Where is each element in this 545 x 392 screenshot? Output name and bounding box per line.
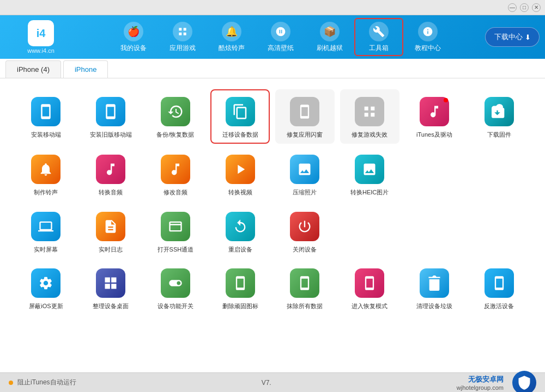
- ssh-tunnel-icon: [161, 212, 190, 241]
- nav-item-wallpapers[interactable]: 高清壁纸: [256, 18, 305, 56]
- fix-game-icon: [355, 97, 384, 126]
- clean-junk-label: 清理设备垃圾: [416, 302, 452, 310]
- tool-organize-desktop[interactable]: 整理设备桌面: [81, 262, 141, 314]
- install-old-icon: [96, 97, 125, 126]
- tool-deactivate[interactable]: 反激活设备: [469, 262, 529, 314]
- tool-backup-restore[interactable]: 备份/恢复数据: [146, 89, 205, 144]
- status-dot: [9, 381, 13, 385]
- tool-compress-photo[interactable]: 压缩照片: [275, 148, 335, 200]
- recovery-mode-icon: [355, 268, 384, 298]
- close-button[interactable]: ✕: [532, 3, 541, 12]
- version-text: V7.: [262, 379, 271, 387]
- tool-convert-audio[interactable]: 转换音频: [81, 148, 141, 200]
- itunes-driver-icon: [420, 97, 449, 126]
- jailbreak-icon: 📦: [320, 22, 340, 41]
- download-firmware-label: 下载固件: [487, 131, 511, 138]
- compress-photo-icon: [290, 155, 319, 184]
- tools-row-4: 屏蔽iOS更新 整理设备桌面 设备功能开关 删除顽固图标 抹除所有数据: [16, 262, 529, 314]
- tab-iphone4[interactable]: iPhone (4): [5, 60, 61, 78]
- fix-app-icon: [290, 97, 319, 126]
- tab-bar: iPhone (4) iPhone: [0, 59, 545, 78]
- backup-restore-icon: [161, 97, 190, 126]
- nav-label-jailbreak: 刷机越狱: [317, 44, 343, 53]
- watermark: 无极安卓网 wjhotelgroup.com: [457, 371, 536, 393]
- status-text: 阻止iTunes自动运行: [17, 378, 76, 387]
- tool-ssh-tunnel[interactable]: 打开SSH通道: [146, 205, 205, 258]
- tools-row-2: 制作铃声 转换音频 修改音频 转换视频 压缩照片: [16, 148, 529, 200]
- block-ios-update-label: 屏蔽iOS更新: [29, 302, 63, 310]
- tool-download-firmware[interactable]: 下载固件: [469, 89, 529, 144]
- realtime-log-icon: [96, 212, 125, 241]
- convert-heic-icon: [355, 155, 384, 184]
- tool-make-ringtone[interactable]: 制作铃声: [16, 148, 76, 200]
- tool-install-app[interactable]: 安装移动端: [16, 89, 76, 144]
- convert-video-label: 转换视频: [228, 188, 252, 196]
- tool-fix-app[interactable]: 修复应用闪窗: [275, 89, 335, 144]
- make-ringtone-icon: [31, 155, 60, 184]
- deactivate-icon: [485, 268, 514, 298]
- tool-shutdown-device[interactable]: 关闭设备: [275, 205, 335, 258]
- device-function-label: 设备功能开关: [158, 302, 193, 310]
- convert-heic-label: 转换HEIC图片: [350, 188, 389, 196]
- organize-desktop-label: 整理设备桌面: [93, 302, 129, 310]
- tool-delete-stubborn[interactable]: 删除顽固图标: [210, 262, 270, 314]
- tutorials-icon: [418, 22, 438, 41]
- ssh-tunnel-label: 打开SSH通道: [158, 246, 194, 253]
- nav-item-tutorials[interactable]: 教程中心: [403, 18, 452, 56]
- realtime-screen-label: 实时屏幕: [34, 246, 58, 253]
- tool-reboot-device[interactable]: 重启设备: [210, 205, 270, 258]
- migrate-data-icon: [226, 97, 255, 126]
- tab-iphone-label: iPhone: [75, 65, 96, 74]
- convert-video-icon: [226, 155, 255, 184]
- download-button[interactable]: 下载中心 ⬇: [485, 27, 540, 47]
- tool-convert-video[interactable]: 转换视频: [210, 148, 270, 200]
- fix-game-label: 修复游戏失效: [352, 131, 387, 138]
- nav-item-toolbox[interactable]: 工具箱: [354, 18, 403, 56]
- organize-desktop-icon: [96, 268, 125, 298]
- tool-itunes-driver[interactable]: iTunes及驱动: [405, 89, 464, 144]
- delete-stubborn-label: 删除顽固图标: [222, 302, 258, 310]
- nav-item-ringtones[interactable]: 🔔 酷炫铃声: [207, 18, 256, 56]
- clean-junk-icon: [420, 268, 449, 298]
- logo-url: www.i4.cn: [27, 47, 55, 54]
- download-label: 下载中心: [494, 32, 523, 42]
- nav-item-apps-games[interactable]: 应用游戏: [158, 18, 207, 56]
- realtime-log-label: 实时日志: [99, 246, 123, 253]
- install-old-label: 安装旧版移动端: [90, 131, 132, 138]
- status-left: 阻止iTunes自动运行: [9, 378, 76, 387]
- wipe-data-label: 抹除所有数据: [287, 302, 323, 310]
- minimize-button[interactable]: —: [508, 3, 517, 12]
- wipe-data-icon: [290, 268, 319, 298]
- tool-wipe-data[interactable]: 抹除所有数据: [275, 262, 335, 314]
- ringtones-icon: 🔔: [222, 22, 241, 41]
- tool-device-function[interactable]: 设备功能开关: [146, 262, 205, 314]
- deactivate-label: 反激活设备: [484, 302, 514, 310]
- tool-realtime-screen[interactable]: 实时屏幕: [16, 205, 76, 258]
- tool-install-old[interactable]: 安装旧版移动端: [81, 89, 141, 144]
- maximize-button[interactable]: □: [520, 3, 529, 12]
- tool-fix-game[interactable]: 修复游戏失效: [340, 89, 399, 144]
- backup-restore-label: 备份/恢复数据: [156, 131, 194, 138]
- tool-block-ios-update[interactable]: 屏蔽iOS更新: [16, 262, 76, 314]
- wallpapers-icon: [271, 22, 290, 41]
- nav-item-jailbreak[interactable]: 📦 刷机越狱: [305, 18, 354, 56]
- logo-icon: i4: [28, 20, 54, 46]
- convert-audio-label: 转换音频: [99, 188, 123, 196]
- tools-row-3: 实时屏幕 实时日志 打开SSH通道 重启设备 关闭设备: [16, 205, 529, 258]
- migrate-data-label: 迁移设备数据: [222, 131, 258, 138]
- nav-label-wallpapers: 高清壁纸: [268, 44, 294, 53]
- nav-label-my-device: 我的设备: [120, 44, 147, 53]
- tool-migrate-data[interactable]: 迁移设备数据: [210, 89, 270, 144]
- nav-items: 🍎 我的设备 应用游戏 🔔 酷炫铃声 高清壁纸 📦 刷机越狱: [76, 18, 485, 56]
- version-info: V7.: [262, 379, 271, 387]
- tool-recovery-mode[interactable]: 进入恢复模式: [340, 262, 399, 314]
- download-icon: ⬇: [525, 33, 531, 41]
- tool-fix-audio[interactable]: 修改音频: [146, 148, 205, 200]
- nav-item-my-device[interactable]: 🍎 我的设备: [109, 18, 158, 56]
- convert-audio-icon: [96, 155, 125, 184]
- tab-iphone[interactable]: iPhone: [63, 60, 108, 78]
- tool-clean-junk[interactable]: 清理设备垃圾: [405, 262, 464, 314]
- tool-realtime-log[interactable]: 实时日志: [81, 205, 141, 258]
- tool-convert-heic[interactable]: 转换HEIC图片: [340, 148, 399, 200]
- recovery-mode-label: 进入恢复模式: [352, 302, 387, 310]
